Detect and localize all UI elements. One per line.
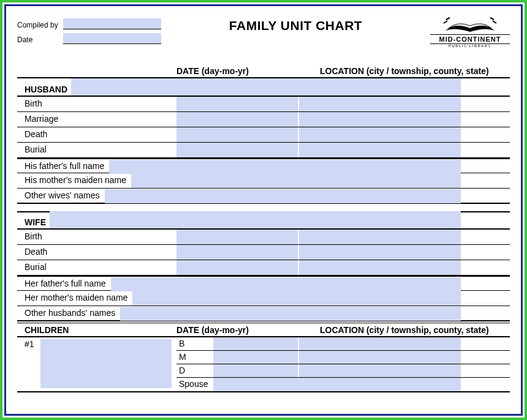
husband-birth-row: Birth [17,97,510,112]
child-1-b-label: B [176,337,213,350]
husband-death-label: Death [17,127,176,142]
library-logo: MID-CONTINENT PUBLIC LIBRARY [430,15,510,48]
child-1-spouse-field[interactable] [213,378,461,391]
wife-burial-row: Burial [17,260,510,276]
wife-birth-location[interactable] [299,230,461,244]
compiled-date-field[interactable] [63,33,161,44]
wife-label: WIFE [17,217,50,228]
wife-birth-date[interactable] [176,230,299,244]
page-title: FAMILY UNIT CHART [229,15,362,33]
husband-mother-label: His mother's maiden name [17,173,131,188]
husband-marriage-date[interactable] [176,112,299,127]
child-1-name-field[interactable] [40,339,172,388]
child-1-death-location[interactable] [299,364,461,377]
husband-marriage-row: Marriage [17,112,510,127]
wife-other-husbands-field[interactable] [120,307,461,321]
child-1-number: #1 [25,339,40,349]
wife-row: WIFE [17,211,510,230]
husband-birth-label: Birth [17,97,176,111]
husband-other-wives-row: Other wives' names [17,189,510,204]
date-label: Date [17,36,63,44]
husband-burial-location[interactable] [299,143,461,157]
wife-father-row: Her father's full name [17,276,510,291]
husband-death-row: Death [17,127,510,143]
compiled-by-field[interactable] [63,18,161,29]
wife-burial-location[interactable] [299,260,461,275]
wife-father-field[interactable] [111,277,461,291]
husband-father-label: His father's full name [17,159,109,173]
child-1-block: #1 B M D Spouse [17,337,510,392]
wife-death-location[interactable] [299,245,461,260]
wife-birth-row: Birth [17,230,510,245]
husband-marriage-label: Marriage [17,112,176,127]
column-headers: DATE (day-mo-yr) LOCATION (city / townsh… [17,66,510,78]
child-1-d-label: D [176,364,213,377]
logo-sub-text: PUBLIC LIBRARY [430,44,510,48]
husband-other-wives-label: Other wives' names [17,189,105,203]
child-1-death-row: D [176,364,510,378]
col-location: LOCATION (city / township, county, state… [301,66,510,76]
compiled-block: Compiled by Date [17,15,161,48]
header-row: Compiled by Date FAMILY UNIT CHART MID-C… [17,15,510,48]
inner-frame: Compiled by Date FAMILY UNIT CHART MID-C… [4,4,523,416]
wife-death-date[interactable] [176,245,299,260]
child-1-birth-location[interactable] [299,337,461,350]
husband-death-location[interactable] [299,127,461,142]
wife-burial-label: Burial [17,260,176,275]
logo-main-text: MID-CONTINENT [430,34,510,44]
husband-birth-date[interactable] [176,97,299,111]
husband-mother-row: His mother's maiden name [17,173,510,189]
children-header: CHILDREN DATE (day-mo-yr) LOCATION (city… [17,323,510,337]
husband-father-row: His father's full name [17,158,510,173]
child-1-spouse-label: Spouse [176,378,213,391]
child-1-death-date[interactable] [213,364,299,377]
husband-other-wives-field[interactable] [105,189,461,203]
child-1-spouse-row: Spouse [176,378,510,391]
wife-other-husbands-label: Other husbands' names [17,306,120,320]
col-date: DATE (day-mo-yr) [176,66,301,76]
outer-frame: Compiled by Date FAMILY UNIT CHART MID-C… [0,0,527,420]
wife-father-label: Her father's full name [17,277,111,290]
wife-name-field[interactable] [50,211,461,228]
husband-burial-row: Burial [17,143,510,158]
child-1-m-label: M [176,351,213,364]
husband-death-date[interactable] [176,127,299,142]
child-1-birth-date[interactable] [213,337,299,350]
wife-death-row: Death [17,245,510,260]
husband-name-field[interactable] [71,78,461,96]
husband-burial-label: Burial [17,143,176,157]
child-1-marriage-row: M [176,351,510,364]
wife-other-husbands-row: Other husbands' names [17,306,510,321]
husband-father-field[interactable] [109,160,461,174]
wife-mother-label: Her mother's maiden name [17,291,132,306]
husband-burial-date[interactable] [176,143,299,157]
husband-marriage-location[interactable] [299,112,461,127]
husband-row: HUSBAND [17,78,510,97]
child-1-birth-row: B [176,337,510,351]
wife-death-label: Death [17,245,176,260]
husband-label: HUSBAND [17,84,71,96]
children-label: CHILDREN [17,325,176,335]
husband-birth-location[interactable] [299,97,461,111]
husband-mother-field[interactable] [131,174,461,188]
child-1-marriage-date[interactable] [213,351,299,364]
children-location-col: LOCATION (city / township, county, state… [301,325,510,335]
wife-mother-field[interactable] [132,291,461,306]
book-icon [442,16,498,33]
child-1-marriage-location[interactable] [299,351,461,364]
wife-burial-date[interactable] [176,260,299,275]
wife-birth-label: Birth [17,230,176,244]
wife-mother-row: Her mother's maiden name [17,291,510,306]
compiled-by-label: Compiled by [17,21,63,29]
children-date-col: DATE (day-mo-yr) [176,325,301,335]
